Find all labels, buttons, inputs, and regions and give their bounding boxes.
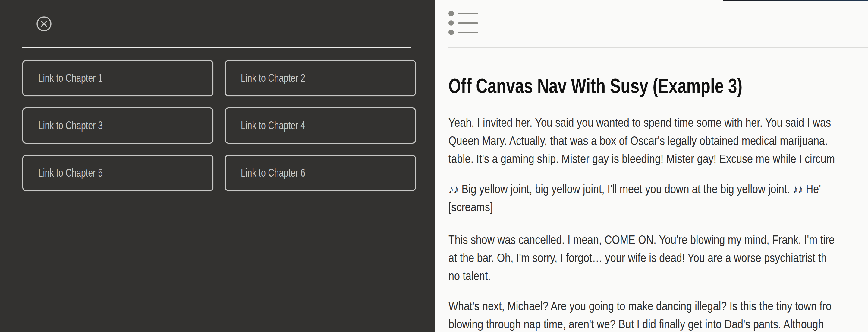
chapter-link-label: Link to Chapter 5 bbox=[38, 167, 103, 179]
paragraph-line: What's next, Michael? Are you going to m… bbox=[448, 297, 805, 315]
offcanvas-nav-panel: Link to Chapter 1 Link to Chapter 2 Link… bbox=[0, 0, 435, 332]
page-title: Off Canvas Nav With Susy (Example 3) bbox=[448, 76, 825, 96]
paragraph-line: Yeah, I invited her. You said you wanted… bbox=[448, 113, 805, 132]
menu-button[interactable] bbox=[448, 11, 478, 35]
chapter-link-label: Link to Chapter 6 bbox=[241, 167, 305, 179]
circle-x-icon bbox=[36, 16, 52, 32]
paragraph-line: at the bar. Oh, I'm sorry, I forgot… you… bbox=[448, 249, 805, 267]
chapter-link-4[interactable]: Link to Chapter 4 bbox=[225, 107, 416, 144]
paragraph-line: blowing through nap time, aren't we? But… bbox=[448, 315, 805, 332]
paragraph-line: table. It's a gaming ship. Mister gay is… bbox=[448, 150, 805, 168]
page: Link to Chapter 1 Link to Chapter 2 Link… bbox=[0, 0, 868, 332]
chapter-link-label: Link to Chapter 2 bbox=[241, 72, 305, 84]
bullet-list-menu-icon bbox=[448, 11, 478, 35]
close-button[interactable] bbox=[36, 16, 52, 32]
paragraph-line: This show was cancelled. I mean, COME ON… bbox=[448, 230, 805, 249]
chapter-link-label: Link to Chapter 3 bbox=[38, 119, 103, 132]
chapter-link-label: Link to Chapter 1 bbox=[38, 72, 103, 84]
paragraph: What's next, Michael? Are you going to m… bbox=[448, 297, 868, 332]
paragraph: ♪♪ Big yellow joint, big yellow joint, I… bbox=[448, 180, 868, 216]
chapter-link-6[interactable]: Link to Chapter 6 bbox=[225, 155, 416, 191]
chapter-link-1[interactable]: Link to Chapter 1 bbox=[22, 60, 213, 96]
paragraph-line: no talent. bbox=[448, 267, 805, 285]
chapter-link-label: Link to Chapter 4 bbox=[241, 119, 305, 132]
chapter-link-5[interactable]: Link to Chapter 5 bbox=[22, 155, 213, 191]
chapter-link-3[interactable]: Link to Chapter 3 bbox=[22, 107, 213, 144]
paragraph-line: Queen Mary. Actually, that was a box of … bbox=[448, 132, 805, 150]
paragraph-line: ♪♪ Big yellow joint, big yellow joint, I… bbox=[448, 180, 805, 198]
chapter-links-grid: Link to Chapter 1 Link to Chapter 2 Link… bbox=[22, 60, 416, 191]
paragraph-line: [screams] bbox=[448, 198, 805, 216]
content-header-divider bbox=[448, 47, 868, 48]
paragraph: This show was cancelled. I mean, COME ON… bbox=[448, 230, 868, 285]
paragraph: Yeah, I invited her. You said you wanted… bbox=[448, 113, 868, 168]
top-progress-bar bbox=[723, 0, 868, 1]
content-area: Off Canvas Nav With Susy (Example 3) Yea… bbox=[435, 0, 868, 332]
chapter-link-2[interactable]: Link to Chapter 2 bbox=[225, 60, 416, 96]
panel-header-divider bbox=[22, 47, 411, 48]
